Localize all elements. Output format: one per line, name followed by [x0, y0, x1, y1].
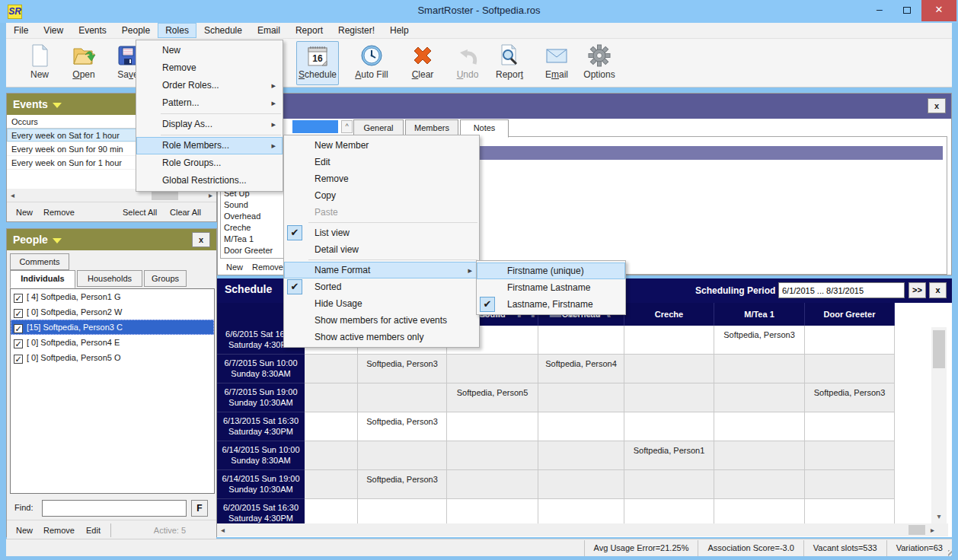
- menu-item-pattern[interactable]: Pattern...▸: [136, 94, 283, 112]
- menu-item-role-groups[interactable]: Role Groups...: [136, 154, 283, 172]
- remove-button[interactable]: Remove: [40, 202, 78, 222]
- tab-individuals[interactable]: Individuals: [10, 270, 75, 288]
- schedule-cell[interactable]: Softpedia, Person3: [358, 412, 447, 441]
- schedule-cell[interactable]: [447, 412, 538, 441]
- select-all-button[interactable]: Select All: [120, 202, 160, 222]
- roles-close-button[interactable]: x: [928, 98, 946, 113]
- menu-item-firstname-lastname[interactable]: Firstname Lastname: [477, 279, 625, 296]
- minimize-button[interactable]: –: [867, 0, 893, 21]
- schedule-cell[interactable]: [447, 470, 538, 499]
- new-role-button[interactable]: New: [223, 259, 246, 275]
- remove-button[interactable]: Remove: [40, 520, 78, 540]
- email-button[interactable]: Email: [535, 41, 578, 85]
- schedule-cell[interactable]: [624, 412, 714, 441]
- role-list-item[interactable]: Door Greeter: [221, 245, 288, 256]
- schedule-cell[interactable]: [805, 499, 895, 523]
- menubar-view[interactable]: View: [36, 23, 71, 38]
- schedule-cell[interactable]: Softpedia, Person3: [805, 383, 895, 412]
- menu-item-edit[interactable]: Edit: [284, 154, 479, 170]
- schedule-cell[interactable]: [714, 441, 805, 470]
- schedule-cell[interactable]: Softpedia, Person4: [538, 355, 624, 383]
- schedule-cell[interactable]: [305, 383, 358, 412]
- column-header-creche[interactable]: Creche: [624, 303, 714, 326]
- schedule-cell[interactable]: [624, 499, 714, 523]
- auto-fill-button[interactable]: Auto Fill: [350, 41, 393, 85]
- menu-item-remove[interactable]: Remove: [284, 170, 479, 187]
- schedule-cell[interactable]: [358, 499, 447, 523]
- options-button[interactable]: Options: [578, 41, 621, 85]
- scroll-left-icon[interactable]: ◂: [217, 523, 228, 536]
- menu-item-global-restrictions[interactable]: Global Restrictions...: [136, 172, 283, 189]
- schedule-cell[interactable]: [358, 383, 447, 412]
- checkbox-icon[interactable]: ✓: [14, 339, 23, 348]
- schedule-button[interactable]: 16Schedule: [296, 41, 339, 85]
- schedule-cell[interactable]: [538, 383, 624, 412]
- schedule-vertical-scrollbar[interactable]: ▾: [931, 327, 947, 523]
- tab-general[interactable]: General: [353, 119, 404, 136]
- roles-panel-header[interactable]: x: [218, 94, 951, 119]
- menu-item-display-as[interactable]: Display As...▸: [136, 116, 283, 133]
- schedule-cell[interactable]: [305, 441, 358, 470]
- menu-item-list-view[interactable]: ✔List view: [284, 224, 479, 241]
- scroll-up-icon[interactable]: ^: [341, 120, 353, 133]
- column-header-m-tea-1[interactable]: M/Tea 1: [714, 303, 805, 326]
- new-button[interactable]: New: [13, 202, 36, 222]
- menubar-file[interactable]: File: [6, 23, 36, 38]
- menu-item-remove[interactable]: Remove: [136, 59, 283, 77]
- menu-item-hide-usage[interactable]: Hide Usage: [284, 295, 479, 312]
- schedule-cell[interactable]: [714, 470, 805, 499]
- schedule-cell[interactable]: [447, 499, 538, 523]
- schedule-cell[interactable]: [358, 441, 447, 470]
- edit-button[interactable]: Edit: [83, 520, 104, 540]
- person-list-item[interactable]: ✓[ 0] Softpedia, Person2 W: [11, 304, 214, 320]
- menubar-roles[interactable]: Roles: [158, 23, 196, 38]
- menu-item-lastname-firstname[interactable]: ✔Lastname, Firstname: [477, 296, 625, 313]
- schedule-cell[interactable]: [447, 441, 538, 470]
- schedule-cell[interactable]: [714, 355, 805, 383]
- schedule-cell[interactable]: [624, 383, 714, 412]
- menu-item-show-members-for-active-events[interactable]: Show members for active events: [284, 312, 479, 329]
- menu-item-order-roles[interactable]: Order Roles...▸: [136, 77, 283, 94]
- schedule-cell[interactable]: [305, 355, 358, 383]
- schedule-date-cell[interactable]: 6/20/2015 Sat 16:30Saturday 4:30PM: [217, 499, 305, 523]
- menu-item-copy[interactable]: Copy: [284, 187, 479, 204]
- selected-role-item[interactable]: [292, 120, 338, 133]
- schedule-cell[interactable]: [624, 470, 714, 499]
- schedule-date-cell[interactable]: 6/14/2015 Sun 10:00Sunday 8:30AM: [217, 441, 305, 470]
- tab-comments[interactable]: Comments: [10, 253, 69, 270]
- schedule-cell[interactable]: [714, 499, 805, 523]
- schedule-date-cell[interactable]: 6/13/2015 Sat 16:30Saturday 4:30PM: [217, 412, 305, 441]
- checkbox-icon[interactable]: ✓: [14, 309, 23, 318]
- tab-households[interactable]: Households: [77, 270, 142, 287]
- schedule-cell[interactable]: [305, 412, 358, 441]
- column-header-door-greeter[interactable]: Door Greeter: [805, 303, 895, 326]
- menu-item-new-member[interactable]: New Member: [284, 137, 479, 154]
- schedule-cell[interactable]: [805, 326, 895, 355]
- role-list-item[interactable]: Sound: [221, 199, 288, 211]
- menubar-schedule[interactable]: Schedule: [196, 23, 250, 38]
- scrollbar-thumb[interactable]: [909, 525, 925, 535]
- menu-item-firstname-unique[interactable]: Firstname (unique): [477, 262, 625, 279]
- menubar-events[interactable]: Events: [71, 23, 114, 38]
- schedule-close-button[interactable]: x: [929, 282, 947, 298]
- scroll-left-icon[interactable]: ◂: [7, 189, 18, 202]
- menubar-help[interactable]: Help: [382, 23, 417, 38]
- scrollbar-thumb[interactable]: [933, 330, 945, 368]
- schedule-cell[interactable]: Softpedia, Person3: [358, 470, 447, 499]
- menu-item-show-active-members-only[interactable]: Show active members only: [284, 329, 479, 345]
- schedule-cell[interactable]: [447, 355, 538, 383]
- people-panel-header[interactable]: People x: [7, 229, 216, 250]
- tab-members[interactable]: Members: [405, 119, 458, 136]
- schedule-cell[interactable]: [538, 412, 624, 441]
- role-list-item[interactable]: Creche: [221, 222, 288, 234]
- scheduling-period-input[interactable]: [778, 282, 905, 298]
- period-expand-button[interactable]: >>: [909, 282, 926, 298]
- scroll-right-icon[interactable]: ▸: [927, 523, 938, 536]
- schedule-date-cell[interactable]: 6/7/2015 Sun 19:00Sunday 10:30AM: [217, 383, 305, 412]
- new-button[interactable]: New: [13, 520, 36, 540]
- people-close-button[interactable]: x: [192, 232, 210, 247]
- schedule-cell[interactable]: Softpedia, Person3: [714, 326, 805, 355]
- schedule-cell[interactable]: [538, 326, 624, 355]
- menu-item-detail-view[interactable]: Detail view: [284, 241, 479, 258]
- schedule-date-cell[interactable]: 6/7/2015 Sun 10:00Sunday 8:30AM: [217, 355, 305, 383]
